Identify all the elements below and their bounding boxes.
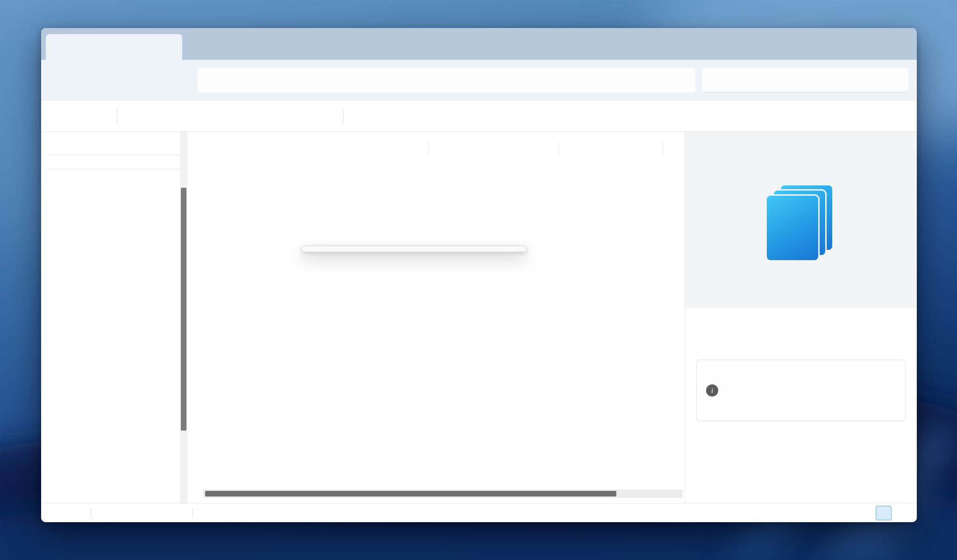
status-divider <box>193 509 193 517</box>
horizontal-scrollbar[interactable] <box>203 489 683 498</box>
details-pane: i <box>685 132 917 503</box>
sidebar-scrollbar[interactable] <box>180 132 187 503</box>
search-box[interactable] <box>702 68 908 92</box>
info-icon: i <box>706 384 718 397</box>
scrollbar-thumb[interactable] <box>181 188 186 431</box>
new-button[interactable] <box>51 107 74 126</box>
column-divider[interactable] <box>663 143 663 155</box>
sidebar-separator <box>49 155 184 155</box>
info-box: i <box>696 360 906 421</box>
column-divider[interactable] <box>429 143 429 155</box>
address-row <box>41 60 917 101</box>
main-content: i <box>41 132 917 503</box>
search-input[interactable] <box>702 76 890 85</box>
file-stack-icon <box>765 184 838 262</box>
view-button[interactable] <box>434 107 456 126</box>
chevron-down-icon <box>444 114 450 119</box>
file-list <box>202 132 684 503</box>
column-divider[interactable] <box>558 143 559 155</box>
sidebar-separator <box>49 169 184 169</box>
folder-icon <box>58 43 67 52</box>
status-divider <box>91 509 91 517</box>
minimize-button[interactable] <box>808 31 835 51</box>
toolbar-divider <box>343 109 343 124</box>
refresh-button[interactable] <box>157 70 178 91</box>
navigation-pane <box>41 132 198 503</box>
toolbar-divider <box>117 109 117 124</box>
details-toggle-button[interactable] <box>859 107 872 126</box>
tab-softwaredistribution[interactable] <box>46 34 182 60</box>
file-explorer-window: i <box>41 28 917 522</box>
more-options-button[interactable] <box>512 107 525 126</box>
scrollbar-thumb[interactable] <box>205 491 616 496</box>
chevron-down-icon <box>62 114 67 119</box>
up-button[interactable] <box>122 70 143 91</box>
breadcrumb <box>198 68 695 92</box>
preview-area <box>685 132 917 308</box>
tab-bar <box>41 28 917 60</box>
close-window-button[interactable] <box>880 31 907 51</box>
sort-button[interactable] <box>355 107 378 126</box>
maximize-button[interactable] <box>844 31 871 51</box>
status-bar <box>41 503 917 522</box>
back-button[interactable] <box>50 70 70 91</box>
new-tab-button[interactable] <box>189 41 203 54</box>
search-icon[interactable] <box>890 76 898 85</box>
sort-ascending-icon <box>319 134 326 140</box>
chevron-down-icon <box>366 114 371 119</box>
thumbnail-view-button[interactable] <box>896 506 912 520</box>
context-menu <box>301 246 527 252</box>
details-view-button[interactable] <box>876 506 892 520</box>
forward-button[interactable] <box>86 70 106 91</box>
command-bar <box>41 101 917 132</box>
close-tab-icon[interactable] <box>164 42 175 53</box>
